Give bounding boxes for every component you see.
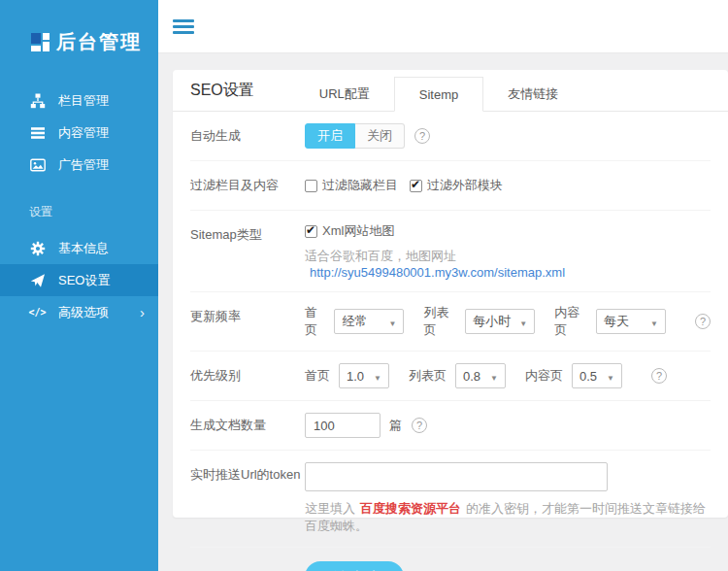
frequency-list-select[interactable]: 每小时	[465, 309, 535, 334]
checkbox-checked-icon	[410, 180, 422, 192]
help-icon[interactable]: ?	[695, 314, 711, 329]
chevron-down-icon	[511, 315, 527, 329]
sidebar-item-label: 内容管理	[58, 124, 109, 142]
frequency-list-group: 列表页 每小时	[423, 304, 535, 339]
card-header: SEO设置 URL配置 Sitemp 友情链接	[173, 70, 728, 112]
submit-area: 确认提交	[190, 548, 711, 571]
select-label: 内容页	[554, 304, 587, 339]
select-label: 首页	[305, 304, 325, 339]
field-label: 生成文档数量	[190, 413, 305, 438]
help-icon[interactable]: ?	[412, 418, 427, 433]
sidebar-nav: 栏目管理 内容管理 广告管理 设置 基本信息 SEO设置	[0, 84, 158, 328]
sidebar-item-label: 基本信息	[58, 240, 109, 257]
field-label: 优先级别	[190, 363, 305, 388]
select-label: 列表页	[423, 304, 456, 339]
auto-generate-toggle: 开启 关闭	[305, 123, 405, 149]
priority-list-select[interactable]: 0.8	[455, 363, 506, 388]
code-icon: </>	[29, 304, 46, 320]
checkbox-icon	[305, 180, 317, 192]
form-row-update-frequency: 更新频率 首页 经常 列表页 每小时 内容页	[190, 292, 711, 352]
sidebar-item-seo-settings[interactable]: SEO设置	[0, 264, 158, 296]
form-row-sitemap-type: Sitemap类型 Xml网站地图 适合谷歌和百度，地图网址http://syu…	[190, 211, 711, 292]
toggle-on-button[interactable]: 开启	[305, 123, 355, 149]
select-value: 每小时	[473, 313, 511, 330]
hint-text-before: 这里填入	[305, 501, 355, 516]
chevron-down-icon	[481, 369, 498, 384]
app-title: 后台管理	[56, 29, 142, 55]
tab-friend-links[interactable]: 友情链接	[483, 77, 582, 112]
select-value: 0.5	[579, 369, 597, 384]
paper-plane-icon	[29, 272, 46, 288]
baidu-platform-link[interactable]: 百度搜索资源平台	[360, 501, 461, 516]
sidebar-item-content[interactable]: 内容管理	[0, 117, 158, 149]
chevron-down-icon	[642, 315, 658, 329]
checkbox-checked-icon	[305, 225, 317, 238]
chevron-down-icon	[380, 315, 396, 329]
tab-sitemap[interactable]: Sitemp	[394, 77, 483, 112]
sitemap-icon	[29, 92, 46, 109]
frequency-home-group: 首页 经常	[305, 304, 404, 339]
sidebar-item-advanced-options[interactable]: </> 高级选项 ›	[0, 296, 158, 328]
help-icon[interactable]: ?	[414, 128, 430, 144]
submit-button[interactable]: 确认提交	[305, 561, 404, 571]
priority-home-group: 首页 1.0	[305, 363, 389, 388]
checkbox-label-text: 过滤外部模块	[427, 177, 503, 194]
form-row-filter: 过滤栏目及内容 过滤隐藏栏目 过滤外部模块	[190, 161, 711, 211]
list-icon	[29, 124, 46, 141]
sitemap-hint-text: 适合谷歌和百度，地图网址	[305, 249, 456, 263]
image-icon	[29, 156, 46, 173]
xml-sitemap-checkbox[interactable]: Xml网站地图	[305, 222, 394, 240]
priority-content-group: 内容页 0.5	[525, 363, 622, 388]
priority-list-group: 列表页 0.8	[409, 363, 506, 388]
chevron-right-icon: ›	[140, 305, 145, 319]
select-label: 内容页	[525, 367, 563, 385]
form-row-auto-generate: 自动生成 开启 关闭 ?	[190, 112, 711, 161]
priority-content-select[interactable]: 0.5	[572, 363, 622, 388]
frequency-home-select[interactable]: 经常	[334, 309, 404, 334]
form-row-doc-count: 生成文档数量 篇 ?	[190, 401, 711, 451]
gear-icon	[29, 240, 46, 256]
tab-bar: URL配置 Sitemp 友情链接	[295, 77, 582, 112]
sidebar-item-label: SEO设置	[58, 272, 110, 289]
tab-url-config[interactable]: URL配置	[295, 77, 394, 112]
help-icon[interactable]: ?	[651, 368, 667, 384]
push-token-input[interactable]	[305, 462, 608, 491]
frequency-content-select[interactable]: 每天	[596, 309, 666, 334]
chevron-down-icon	[598, 369, 614, 384]
form-row-priority: 优先级别 首页 1.0 列表页 0.8 内容页	[190, 352, 711, 401]
select-value: 1.0	[347, 369, 364, 384]
select-label: 首页	[305, 367, 330, 385]
field-label: 更新频率	[190, 304, 305, 339]
menu-toggle-icon[interactable]	[173, 17, 194, 37]
seo-settings-card: SEO设置 URL配置 Sitemp 友情链接 自动生成 开启 关闭 ? 过滤栏…	[173, 70, 728, 518]
frequency-content-group: 内容页 每天	[554, 304, 666, 339]
toggle-off-button[interactable]: 关闭	[355, 123, 405, 149]
select-value: 每天	[604, 313, 629, 330]
topbar	[158, 0, 728, 53]
field-label: 实时推送Url的token	[190, 462, 305, 535]
field-label: 过滤栏目及内容	[190, 173, 305, 198]
sidebar-item-columns[interactable]: 栏目管理	[0, 84, 158, 117]
priority-home-select[interactable]: 1.0	[339, 363, 389, 388]
checkbox-label-text: Xml网站地图	[322, 222, 394, 240]
filter-external-modules-checkbox[interactable]: 过滤外部模块	[410, 177, 503, 194]
doc-count-unit: 篇	[389, 417, 402, 434]
sidebar-item-label: 广告管理	[58, 156, 109, 174]
app-logo[interactable]: 后台管理	[0, 0, 158, 55]
sitemap-url-link[interactable]: http://syu5499480001.my3w.com/sitemap.xm…	[310, 265, 565, 280]
sidebar-item-ads[interactable]: 广告管理	[0, 149, 158, 181]
select-label: 列表页	[409, 367, 447, 385]
seo-form: 自动生成 开启 关闭 ? 过滤栏目及内容 过滤隐藏栏目 过滤外部模块	[173, 112, 728, 571]
page-title: SEO设置	[190, 81, 254, 101]
field-label: 自动生成	[190, 123, 305, 149]
sitemap-hint: 适合谷歌和百度，地图网址http://syu5499480001.my3w.co…	[305, 248, 711, 280]
sidebar-section-settings: 设置	[0, 204, 158, 220]
push-token-hint: 这里填入百度搜索资源平台的准入密钥，才能第一时间推送文章链接给百度蜘蛛。	[305, 500, 711, 535]
app-logo-icon	[31, 33, 50, 51]
doc-count-input[interactable]	[305, 413, 381, 438]
sidebar-item-basic-info[interactable]: 基本信息	[0, 232, 158, 264]
form-row-push-token: 实时推送Url的token 这里填入百度搜索资源平台的准入密钥，才能第一时间推送…	[190, 451, 711, 548]
chevron-down-icon	[365, 369, 381, 384]
sidebar: 后台管理 栏目管理 内容管理 广告管理 设置 基本信息	[0, 0, 158, 571]
filter-hidden-columns-checkbox[interactable]: 过滤隐藏栏目	[305, 177, 398, 194]
